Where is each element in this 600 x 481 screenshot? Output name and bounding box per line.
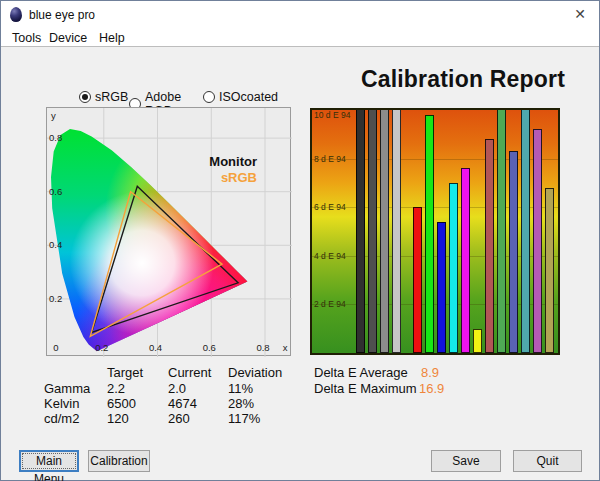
de94-axis-label: 8 d E 94 bbox=[314, 154, 346, 164]
y-tick-label: 0.2 bbox=[49, 293, 62, 304]
x-tick-label: 0.8 bbox=[250, 342, 276, 353]
gamut-svg bbox=[47, 108, 292, 357]
calibration-button[interactable]: Calibration bbox=[88, 450, 150, 472]
y-tick-label: 0.8 bbox=[49, 132, 62, 143]
y-axis-label: y bbox=[51, 110, 56, 121]
window-title: blue eye pro bbox=[29, 8, 95, 22]
bar-dark-gray bbox=[368, 110, 377, 353]
kelvin-target: 6500 bbox=[107, 396, 136, 411]
de94-axis-label: 4 d E 94 bbox=[314, 251, 346, 261]
row-label-kelvin: Kelvin bbox=[44, 396, 79, 411]
y-tick-label: 0.6 bbox=[49, 186, 62, 197]
bar-brown bbox=[485, 139, 494, 353]
cdm2-current: 260 bbox=[168, 411, 190, 426]
x-tick-label: 0 bbox=[51, 342, 61, 353]
legend-monitor: Monitor bbox=[209, 154, 257, 169]
cdm2-deviation: 117% bbox=[228, 411, 260, 426]
kelvin-deviation: 28% bbox=[228, 396, 254, 411]
delta-e-chart: 10 d E 948 d E 946 d E 944 d E 942 d E 9… bbox=[310, 108, 560, 355]
x-tick-label: 0.6 bbox=[196, 342, 222, 353]
radio-isocoated[interactable]: ISOcoated bbox=[203, 90, 278, 104]
row-label-gamma: Gamma bbox=[44, 381, 90, 396]
radio-srgb[interactable]: sRGB bbox=[79, 90, 128, 104]
bar-gray bbox=[380, 110, 389, 353]
delta-e-maximum-value: 16.9 bbox=[419, 381, 444, 396]
focus-rect bbox=[22, 453, 76, 469]
menu-device[interactable]: Device bbox=[46, 30, 90, 46]
delta-e-average-label: Delta E Average bbox=[314, 365, 408, 380]
bar-dark-khaki bbox=[545, 188, 554, 353]
bar-blue bbox=[437, 222, 446, 353]
bar-teal bbox=[521, 110, 530, 353]
gamma-current: 2.0 bbox=[168, 381, 186, 396]
delta-e-average-value: 8.9 bbox=[421, 365, 439, 380]
bar-sea-green bbox=[497, 110, 506, 353]
title-bar: blue eye pro ✕ bbox=[1, 1, 599, 28]
kelvin-current: 4674 bbox=[168, 396, 197, 411]
y-tick-label: 0.4 bbox=[49, 239, 62, 250]
close-icon[interactable]: ✕ bbox=[569, 5, 591, 24]
x-tick-label: 0.4 bbox=[143, 342, 169, 353]
bar-black bbox=[356, 110, 365, 353]
menu-tools[interactable]: Tools bbox=[9, 30, 44, 46]
gamma-target: 2.2 bbox=[107, 381, 125, 396]
bar-cyan bbox=[449, 183, 458, 353]
bar-red bbox=[413, 207, 422, 353]
app-egg-icon bbox=[10, 7, 22, 22]
de94-axis-label: 2 d E 94 bbox=[314, 299, 346, 309]
radio-circle-icon bbox=[79, 91, 91, 103]
gamut-diagram: 00.20.40.60.8xy0.80.60.40.2 Monitor sRGB bbox=[46, 107, 291, 356]
delta-e-bars: 10 d E 948 d E 946 d E 944 d E 942 d E 9… bbox=[312, 110, 558, 353]
de94-axis-label: 10 d E 94 bbox=[314, 110, 350, 120]
x-tick-label: 0.2 bbox=[89, 342, 115, 353]
menu-bar: Tools Device Help bbox=[1, 28, 599, 47]
spectral-locus-fill bbox=[47, 108, 292, 357]
main-menu-button[interactable]: Main Menu bbox=[19, 450, 79, 472]
de94-axis-label: 6 d E 94 bbox=[314, 202, 346, 212]
col-header-deviation: Deviation bbox=[228, 365, 282, 380]
radio-circle-icon bbox=[203, 91, 215, 103]
bar-yellow bbox=[473, 329, 482, 353]
x-axis-label: x bbox=[280, 342, 290, 353]
bar-light-gray bbox=[392, 110, 401, 353]
page-title: Calibration Report bbox=[335, 66, 591, 93]
menu-help[interactable]: Help bbox=[96, 30, 128, 46]
bar-green bbox=[425, 115, 434, 353]
bar-magenta bbox=[461, 168, 470, 353]
col-header-current: Current bbox=[168, 365, 211, 380]
app-window: blue eye pro ✕ Tools Device Help sRGB Ad… bbox=[0, 0, 600, 481]
content-area: sRGB Adobe RGB ISOcoated bbox=[1, 48, 599, 480]
bar-orchid bbox=[533, 129, 542, 353]
cdm2-target: 120 bbox=[107, 411, 129, 426]
save-button[interactable]: Save bbox=[431, 450, 501, 472]
row-label-cdm2: cd/m2 bbox=[44, 411, 79, 426]
delta-e-maximum-label: Delta E Maximum bbox=[314, 381, 417, 396]
legend-srgb: sRGB bbox=[221, 170, 257, 185]
bar-slate-blue bbox=[509, 151, 518, 353]
quit-button[interactable]: Quit bbox=[513, 450, 582, 472]
col-header-target: Target bbox=[107, 365, 143, 380]
gamma-deviation: 11% bbox=[228, 381, 253, 396]
